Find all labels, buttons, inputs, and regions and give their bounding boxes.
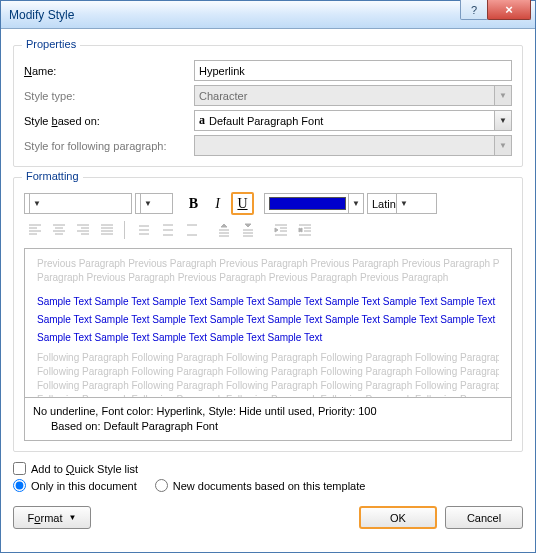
help-button[interactable]: ?	[460, 0, 488, 20]
style-based-on-label: Style based on:	[24, 115, 194, 127]
close-button[interactable]: ×	[487, 0, 531, 20]
preview-follow-para: Following Paragraph Following Paragraph …	[37, 379, 499, 393]
font-color-combo[interactable]: ▼	[264, 193, 364, 214]
style-description: No underline, Font color: Hyperlink, Sty…	[24, 398, 512, 441]
style-type-label: Style type:	[24, 90, 194, 102]
name-field[interactable]: Hyperlink	[194, 60, 512, 81]
formatting-group: Formatting ▼ ▼ B I U ▼ Latin▼	[13, 177, 523, 452]
style-type-combo: Character ▼	[194, 85, 512, 106]
line-spacing-2-button	[180, 219, 201, 240]
line-spacing-1-button	[132, 219, 153, 240]
paragraph-toolbar	[24, 219, 512, 240]
chevron-down-icon: ▼	[68, 513, 76, 522]
formatting-label: Formatting	[22, 170, 83, 182]
svg-marker-28	[245, 224, 251, 227]
chevron-down-icon[interactable]: ▼	[140, 194, 155, 213]
svg-marker-24	[221, 224, 227, 227]
following-paragraph-combo: ▼	[194, 135, 512, 156]
chevron-down-icon: ▼	[494, 136, 511, 155]
chevron-down-icon[interactable]: ▼	[348, 194, 363, 213]
space-before-increase-button	[213, 219, 234, 240]
new-docs-label: New documents based on this template	[173, 480, 366, 492]
cancel-button[interactable]: Cancel	[445, 506, 523, 529]
bold-button[interactable]: B	[183, 193, 204, 214]
indent-decrease-button	[270, 219, 291, 240]
preview-prev-para: Paragraph Previous Paragraph Previous Pa…	[37, 271, 499, 285]
name-label: Name:	[24, 65, 194, 77]
chevron-down-icon[interactable]: ▼	[396, 194, 411, 213]
following-paragraph-label: Style for following paragraph:	[24, 140, 194, 152]
underline-button[interactable]: U	[231, 192, 254, 215]
line-spacing-15-button	[156, 219, 177, 240]
indent-increase-button	[294, 219, 315, 240]
modify-style-dialog: Modify Style ? × Properties Name: Hyperl…	[0, 0, 536, 553]
font-name-combo[interactable]: ▼	[24, 193, 132, 214]
space-before-decrease-button	[237, 219, 258, 240]
preview-sample-text: Sample Text Sample Text Sample Text Samp…	[37, 331, 499, 345]
ok-button[interactable]: OK	[359, 506, 437, 529]
align-justify-button	[96, 219, 117, 240]
only-this-doc-radio[interactable]	[13, 479, 26, 492]
color-swatch	[269, 197, 346, 210]
align-center-button	[48, 219, 69, 240]
preview-sample-text: Sample Text Sample Text Sample Text Samp…	[37, 313, 499, 327]
preview-follow-para: Following Paragraph Following Paragraph …	[37, 365, 499, 379]
font-glyph-icon: a	[199, 113, 205, 128]
only-this-doc-option[interactable]: Only in this document	[13, 479, 137, 492]
preview-prev-para: Previous Paragraph Previous Paragraph Pr…	[37, 257, 499, 271]
chevron-down-icon[interactable]: ▼	[29, 194, 44, 213]
quick-style-row[interactable]: Add to Quick Style list	[13, 462, 523, 475]
add-quick-style-checkbox[interactable]	[13, 462, 26, 475]
svg-marker-33	[275, 228, 278, 232]
style-based-on-combo[interactable]: a Default Paragraph Font ▼	[194, 110, 512, 131]
preview-follow-para: Following Paragraph Following Paragraph …	[37, 351, 499, 365]
new-docs-radio[interactable]	[155, 479, 168, 492]
properties-group: Properties Name: Hyperlink Style type: C…	[13, 45, 523, 167]
preview-pane: Previous Paragraph Previous Paragraph Pr…	[24, 248, 512, 398]
chevron-down-icon: ▼	[494, 86, 511, 105]
only-this-doc-label: Only in this document	[31, 480, 137, 492]
align-left-button	[24, 219, 45, 240]
align-right-button	[72, 219, 93, 240]
add-quick-style-label: Add to Quick Style list	[31, 463, 138, 475]
titlebar: Modify Style ? ×	[1, 1, 535, 29]
format-button[interactable]: Format ▼	[13, 506, 91, 529]
italic-button[interactable]: I	[207, 193, 228, 214]
window-title: Modify Style	[9, 8, 74, 22]
preview-sample-text: Sample Text Sample Text Sample Text Samp…	[37, 295, 499, 309]
font-size-combo[interactable]: ▼	[135, 193, 173, 214]
new-docs-option[interactable]: New documents based on this template	[155, 479, 366, 492]
font-toolbar: ▼ ▼ B I U ▼ Latin▼	[24, 192, 512, 215]
chevron-down-icon[interactable]: ▼	[494, 111, 511, 130]
script-combo[interactable]: Latin▼	[367, 193, 437, 214]
properties-label: Properties	[22, 38, 80, 50]
